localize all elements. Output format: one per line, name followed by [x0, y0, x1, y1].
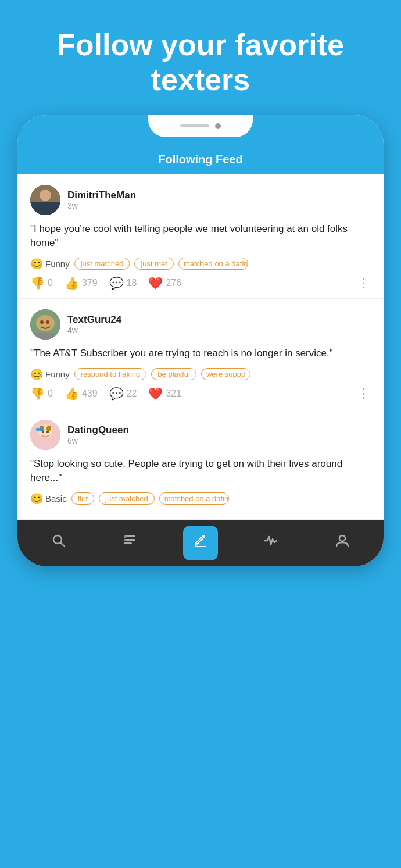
avatar-datingqueen[interactable]: [30, 420, 60, 450]
hero-title: Follow your favorite texters: [0, 0, 401, 115]
post-2-username[interactable]: TextGuru24: [67, 314, 121, 326]
post-1-header: DimitriTheMan 3w: [30, 185, 371, 215]
svg-point-6: [46, 320, 49, 324]
avatar-dimitri[interactable]: [30, 185, 60, 215]
bottom-nav: [17, 520, 384, 566]
phone-mockup: Following Feed DimitriTheMan 3w: [17, 115, 384, 566]
phone-notch-area: [17, 115, 384, 147]
svg-point-1: [40, 190, 51, 201]
svg-line-16: [60, 542, 65, 546]
nav-activity[interactable]: [254, 526, 289, 560]
feed-item-1: DimitriTheMan 3w "I hope you're cool wit…: [17, 174, 384, 299]
post-1-time: 3w: [67, 201, 136, 210]
post-3-user-info: DatingQueen 6w: [67, 424, 129, 445]
post-2-comments[interactable]: 💬 22: [109, 387, 137, 401]
tag-matched-dating-ap[interactable]: matched on a dating ap: [159, 492, 229, 505]
feed-nav-icon: [122, 533, 137, 552]
feed-item-2: TextGuru24 4w "The AT&T Subscriber you a…: [17, 299, 384, 409]
nav-profile[interactable]: [325, 526, 360, 560]
post-1-more[interactable]: ⋮: [357, 277, 371, 290]
nav-feed[interactable]: [112, 526, 147, 560]
post-2-upvote[interactable]: 👍 439: [65, 387, 98, 401]
basic-icon-3: 😊: [30, 492, 43, 505]
svg-rect-2: [30, 202, 60, 215]
post-2-comment-count: 22: [127, 388, 137, 399]
post-2-more[interactable]: ⋮: [357, 387, 371, 400]
post-3-tags: 😊 Basic flirt just matched matched on a …: [30, 492, 371, 505]
search-nav-icon: [51, 533, 66, 552]
svg-point-12: [42, 431, 44, 433]
svg-point-13: [46, 431, 49, 433]
tag-flirt[interactable]: flirt: [71, 492, 94, 505]
post-3-category-label: Basic: [45, 494, 67, 503]
post-2-header: TextGuru24 4w: [30, 309, 371, 340]
tag-matched-dating-1[interactable]: matched on a datin: [178, 258, 248, 270]
svg-rect-7: [30, 333, 60, 340]
post-3-username[interactable]: DatingQueen: [67, 424, 129, 436]
post-2-tags: 😊 Funny respond to flaking be playful we…: [30, 368, 371, 381]
tag-be-playful[interactable]: be playful: [151, 368, 196, 380]
compose-nav-icon: [193, 533, 208, 552]
heart-icon-2: ❤️: [148, 387, 163, 401]
post-3-text: "Stop looking so cute. People are trying…: [30, 457, 371, 485]
funny-icon-2: 😊: [30, 368, 43, 381]
post-1-downvote-count: 0: [48, 278, 53, 288]
post-1-tags: 😊 Funny just matched just met matched on…: [30, 258, 371, 270]
downvote-icon-1: 👎: [30, 276, 45, 290]
post-1-text: "I hope you're cool with telling people …: [30, 222, 371, 251]
post-2-hearts[interactable]: ❤️ 321: [148, 387, 181, 401]
downvote-icon-2: 👎: [30, 387, 45, 401]
heart-icon-1: ❤️: [148, 276, 163, 290]
post-2-text: "The AT&T Subscriber you are trying to r…: [30, 347, 371, 361]
nav-compose[interactable]: [183, 526, 218, 560]
post-1-downvote[interactable]: 👎 0: [30, 276, 53, 290]
post-1-username[interactable]: DimitriTheMan: [67, 190, 136, 201]
post-1-heart-count: 276: [166, 278, 181, 288]
svg-rect-19: [124, 542, 132, 544]
activity-nav-icon: [264, 533, 279, 552]
post-1-upvote[interactable]: 👍 379: [65, 276, 98, 290]
upvote-icon-1: 👍: [65, 276, 79, 290]
nav-search[interactable]: [41, 526, 76, 560]
post-2-downvote-count: 0: [48, 388, 53, 399]
post-2-time: 4w: [67, 326, 121, 335]
upvote-icon-2: 👍: [65, 387, 79, 401]
post-2-category: 😊 Funny: [30, 368, 70, 381]
phone-notch: [148, 115, 253, 137]
post-1-category: 😊 Funny: [30, 258, 70, 270]
profile-nav-icon: [335, 533, 350, 552]
post-2-user-info: TextGuru24 4w: [67, 314, 121, 335]
feed-title: Following Feed: [158, 153, 243, 166]
funny-icon-1: 😊: [30, 258, 43, 270]
avatar-textguru[interactable]: [30, 309, 60, 340]
post-3-category: 😊 Basic: [30, 492, 67, 505]
tag-just-met-1[interactable]: just met: [134, 258, 174, 270]
post-2-actions: 👎 0 👍 439 💬 22 ❤️ 321 ⋮: [30, 387, 371, 401]
svg-point-5: [40, 320, 44, 324]
tag-were-suppo[interactable]: were suppo: [201, 368, 250, 380]
post-1-hearts[interactable]: ❤️ 276: [148, 276, 181, 290]
feed-content: DimitriTheMan 3w "I hope you're cool wit…: [17, 174, 384, 520]
post-1-category-label: Funny: [45, 259, 70, 269]
svg-rect-14: [36, 428, 43, 431]
tag-just-matched-1[interactable]: just matched: [74, 258, 130, 270]
app-header: Following Feed: [17, 147, 384, 174]
hero-section: Follow your favorite texters: [0, 0, 401, 115]
tag-respond-flaking[interactable]: respond to flaking: [74, 368, 147, 380]
post-1-user-info: DimitriTheMan 3w: [67, 190, 136, 210]
post-2-downvote[interactable]: 👎 0: [30, 387, 53, 401]
svg-point-24: [339, 535, 345, 541]
post-1-comment-count: 18: [127, 278, 137, 288]
feed-item-3: DatingQueen 6w "Stop looking so cute. Pe…: [17, 409, 384, 520]
post-1-actions: 👎 0 👍 379 💬 18 ❤️ 276 ⋮: [30, 276, 371, 290]
post-2-category-label: Funny: [45, 369, 70, 379]
svg-rect-20: [124, 535, 126, 538]
tag-just-matched-3[interactable]: just matched: [99, 492, 155, 505]
post-3-time: 6w: [67, 436, 129, 445]
post-3-header: DatingQueen 6w: [30, 420, 371, 450]
comment-icon-1: 💬: [109, 276, 124, 290]
notch-camera: [215, 123, 221, 129]
post-1-comments[interactable]: 💬 18: [109, 276, 137, 290]
notch-bar: [180, 124, 209, 127]
comment-icon-2: 💬: [109, 387, 124, 401]
